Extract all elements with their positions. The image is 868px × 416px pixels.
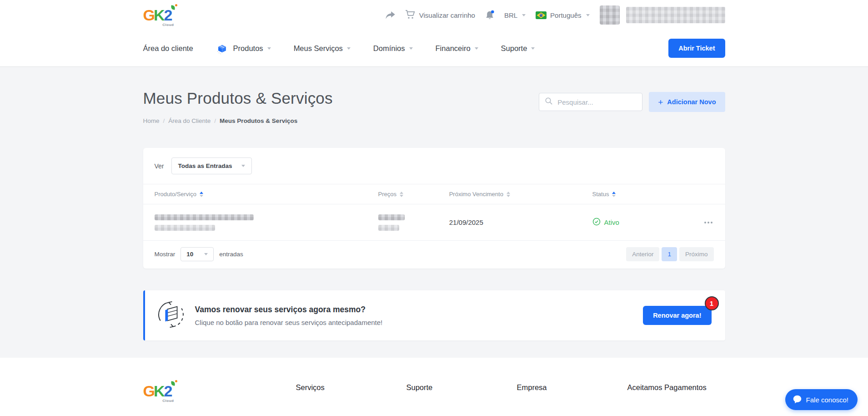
avatar xyxy=(600,5,620,25)
table-header: Produto/Serviço Preços Próximo Venciment… xyxy=(143,184,725,204)
footer-brand-logo[interactable]: G K 2 Cloud xyxy=(143,383,172,399)
logo-letter-k: K xyxy=(154,7,165,23)
sort-icon xyxy=(612,192,616,197)
search-box xyxy=(539,93,642,111)
table-row[interactable]: 21/09/2025 Ativo xyxy=(143,204,725,241)
billing-cycle-redacted xyxy=(378,225,399,231)
brand-logo[interactable]: G K 2 Cloud xyxy=(143,7,172,23)
main-content: Meus Produtos & Serviços Home / Área do … xyxy=(0,66,868,340)
pagination-page-1[interactable]: 1 xyxy=(662,247,677,261)
chevron-down-icon xyxy=(204,253,208,255)
product-name-redacted xyxy=(155,214,254,220)
logo-letter-g: G xyxy=(143,7,155,23)
chat-bubble-icon xyxy=(793,394,802,405)
breadcrumb-section[interactable]: Área do Cliente xyxy=(168,117,211,124)
add-new-button[interactable]: + Adicionar Novo xyxy=(649,92,725,112)
services-card: Ver Todas as Entradas Produto/Serviço Pr… xyxy=(143,148,725,269)
row-actions-button[interactable] xyxy=(687,222,714,223)
cart-label: Visualizar carrinho xyxy=(419,11,475,19)
cell-price xyxy=(378,214,449,231)
column-price[interactable]: Preços xyxy=(378,191,449,198)
entries-label: entradas xyxy=(219,251,243,258)
site-header: G K 2 Cloud xyxy=(0,0,868,66)
nav-item-produtos[interactable]: Produtos xyxy=(216,42,271,55)
renewal-subtitle: Clique no botão para renovar seus serviç… xyxy=(195,319,633,326)
bell-icon xyxy=(485,10,494,20)
cell-product xyxy=(155,214,378,231)
chevron-down-icon xyxy=(241,165,245,167)
nav-item-meus-servicos[interactable]: Meus Serviços xyxy=(294,44,351,53)
share-icon[interactable] xyxy=(386,11,395,19)
view-cart-button[interactable]: Visualizar carrinho xyxy=(405,10,475,20)
pagination-prev-button[interactable]: Anterior xyxy=(626,247,659,261)
page-title: Meus Produtos & Serviços xyxy=(143,89,333,107)
search-input[interactable] xyxy=(557,98,637,106)
search-icon xyxy=(545,97,553,107)
breadcrumb-home[interactable]: Home xyxy=(143,117,160,124)
chat-label: Fale conosco! xyxy=(806,396,848,404)
chat-widget-button[interactable]: Fale conosco! xyxy=(785,389,858,410)
user-menu[interactable] xyxy=(600,5,725,25)
cell-next-due: 21/09/2025 xyxy=(449,218,592,226)
pagination: Anterior 1 Próximo xyxy=(626,247,713,261)
footer-heading-servicos: Serviços xyxy=(296,383,406,399)
chevron-down-icon xyxy=(531,47,535,50)
topbar-controls: Visualizar carrinho BRL xyxy=(386,5,725,25)
promo-box-icon xyxy=(216,42,228,55)
cell-status: Ativo xyxy=(592,218,687,227)
chevron-down-icon xyxy=(409,47,413,50)
main-nav: Área do cliente Produtos xyxy=(143,42,535,55)
check-circle-icon xyxy=(592,218,601,227)
chevron-down-icon xyxy=(522,14,526,16)
renew-book-icon xyxy=(157,300,185,330)
cart-icon xyxy=(405,10,416,20)
language-label: Português xyxy=(550,11,581,19)
plus-icon: + xyxy=(658,98,663,107)
logo-letter-2: 2 Cloud xyxy=(164,7,172,23)
currency-label: BRL xyxy=(504,11,517,19)
logo-leaf-dot-icon xyxy=(175,380,177,382)
chevron-down-icon xyxy=(475,47,478,50)
show-label: Mostrar xyxy=(155,251,176,258)
price-redacted xyxy=(378,214,405,220)
column-status[interactable]: Status xyxy=(592,191,687,198)
breadcrumb: Home / Área do Cliente / Meus Produtos &… xyxy=(143,117,333,124)
renewal-title: Vamos renovar seus serviços agora mesmo? xyxy=(195,305,633,315)
renew-now-button[interactable]: Renovar agora! 1 xyxy=(643,306,711,325)
notifications-button[interactable] xyxy=(485,10,494,20)
page-size-select[interactable]: 10 xyxy=(181,247,214,261)
breadcrumb-current: Meus Produtos & Serviços xyxy=(220,117,297,124)
language-selector[interactable]: Português xyxy=(536,11,589,19)
nav-item-dominios[interactable]: Domínios xyxy=(373,44,413,53)
renewal-banner: Vamos renovar seus serviços agora mesmo?… xyxy=(143,290,725,340)
filter-label: Ver xyxy=(155,162,164,170)
sort-icon xyxy=(200,192,203,197)
logo-subtitle: Cloud xyxy=(162,23,174,27)
footer-heading-pagamentos: Aceitamos Pagamentos xyxy=(627,383,707,399)
user-name-redacted xyxy=(626,7,725,23)
currency-selector[interactable]: BRL xyxy=(504,11,526,19)
open-ticket-button[interactable]: Abrir Ticket xyxy=(668,39,725,58)
notification-dot xyxy=(491,10,494,13)
footer-heading-empresa: Empresa xyxy=(517,383,627,399)
show-entries: Mostrar 10 entradas xyxy=(155,247,243,261)
product-domain-redacted xyxy=(155,225,215,231)
entries-filter-select[interactable]: Todas as Entradas xyxy=(171,157,252,174)
sort-icon xyxy=(507,192,510,197)
nav-item-suporte[interactable]: Suporte xyxy=(501,44,535,53)
chevron-down-icon xyxy=(586,14,590,16)
chevron-down-icon xyxy=(267,47,271,50)
chevron-down-icon xyxy=(347,47,351,50)
column-next-due[interactable]: Próximo Vencimento xyxy=(449,191,592,198)
sort-icon xyxy=(400,192,403,197)
site-footer: G K 2 Cloud Serviços Suporte Empresa Ace… xyxy=(0,358,868,416)
column-product[interactable]: Produto/Serviço xyxy=(155,191,378,198)
pagination-next-button[interactable]: Próximo xyxy=(679,247,714,261)
renewal-count-badge: 1 xyxy=(705,296,719,310)
logo-leaf-dot-icon xyxy=(175,4,177,6)
brazil-flag-icon xyxy=(536,11,547,19)
nav-item-financeiro[interactable]: Financeiro xyxy=(436,44,478,53)
nav-item-area-do-cliente[interactable]: Área do cliente xyxy=(143,44,193,53)
status-badge: Ativo xyxy=(604,218,619,226)
footer-heading-suporte: Suporte xyxy=(406,383,517,399)
